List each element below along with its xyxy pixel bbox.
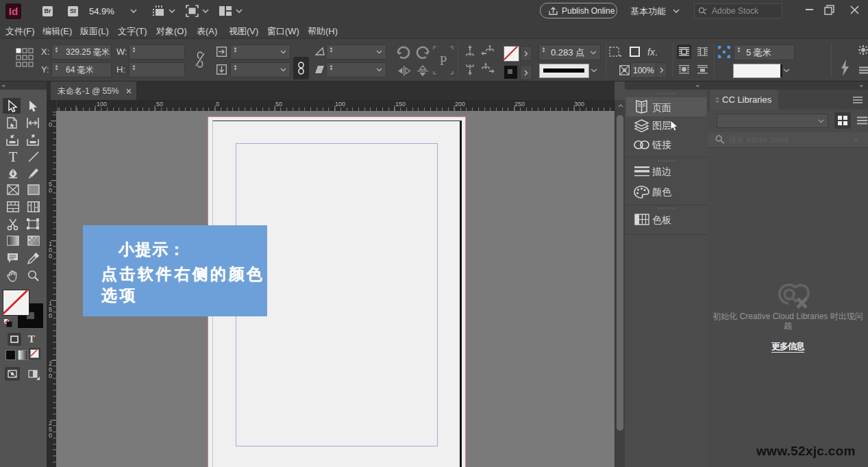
svg-text:P: P (440, 53, 447, 68)
svg-text:T: T (9, 149, 17, 164)
